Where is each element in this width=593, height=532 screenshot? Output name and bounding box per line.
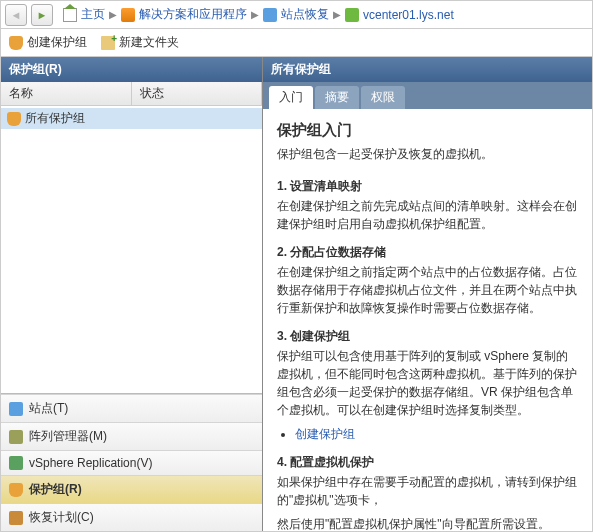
- plan-icon: [9, 511, 23, 525]
- nav-label: 保护组(R): [29, 481, 82, 498]
- step3-heading: 3. 创建保护组: [277, 327, 578, 345]
- breadcrumb: 主页 ▶ 解决方案和应用程序 ▶ 站点恢复 ▶ vcenter01.lys.ne…: [57, 6, 588, 23]
- bc-home[interactable]: 主页: [81, 6, 105, 23]
- protection-group-tree: 所有保护组: [1, 106, 262, 393]
- bc-vcenter[interactable]: vcenter01.lys.net: [363, 8, 454, 22]
- step4-text-1: 如果保护组中存在需要手动配置的虚拟机，请转到保护组的"虚拟机"选项卡，: [277, 473, 578, 509]
- nav-protection-group[interactable]: 保护组(R): [1, 475, 262, 503]
- right-panel-header: 所有保护组: [263, 57, 592, 82]
- app-icon: [121, 8, 135, 22]
- shield-icon: [9, 36, 23, 50]
- page-subtitle: 保护组包含一起受保护及恢复的虚拟机。: [277, 145, 578, 163]
- col-name[interactable]: 名称: [1, 82, 132, 105]
- nav-forward-button[interactable]: ►: [31, 4, 53, 26]
- nav-vsphere-replication[interactable]: vSphere Replication(V): [1, 450, 262, 475]
- nav-recovery-plan[interactable]: 恢复计划(C): [1, 503, 262, 531]
- bc-app[interactable]: 解决方案和应用程序: [139, 6, 247, 23]
- nav-label: 站点(T): [29, 400, 68, 417]
- tree-item-all-groups[interactable]: 所有保护组: [1, 108, 262, 129]
- toolbar-label: 创建保护组: [27, 34, 87, 51]
- tab-getting-started[interactable]: 入门: [269, 86, 313, 109]
- chevron-icon: ▶: [333, 9, 341, 20]
- tab-summary[interactable]: 摘要: [315, 86, 359, 109]
- site-icon: [263, 8, 277, 22]
- home-icon: [63, 8, 77, 22]
- tab-bar: 入门 摘要 权限: [263, 82, 592, 109]
- vcenter-icon: [345, 8, 359, 22]
- step1-heading: 1. 设置清单映射: [277, 177, 578, 195]
- chevron-icon: ▶: [251, 9, 259, 20]
- bottom-nav: 站点(T) 阵列管理器(M) vSphere Replication(V) 保护…: [1, 393, 262, 531]
- nav-array-manager[interactable]: 阵列管理器(M): [1, 422, 262, 450]
- left-panel: 保护组(R) 名称 状态 所有保护组 站点(T) 阵列管理器(M) vSpher…: [1, 57, 263, 531]
- array-icon: [9, 430, 23, 444]
- right-panel: 所有保护组 入门 摘要 权限 保护组入门 保护组包含一起受保护及恢复的虚拟机。 …: [263, 57, 592, 531]
- left-panel-header: 保护组(R): [1, 57, 262, 82]
- step4-text-2: 然后使用"配置虚拟机保护属性"向导配置所需设置。: [277, 515, 578, 532]
- chevron-icon: ▶: [109, 9, 117, 20]
- step4-heading: 4. 配置虚拟机保护: [277, 453, 578, 471]
- tree-item-label: 所有保护组: [25, 110, 85, 127]
- replication-icon: [9, 456, 23, 470]
- folder-icon: [101, 36, 115, 50]
- shield-icon: [7, 112, 21, 126]
- page-title: 保护组入门: [277, 119, 578, 142]
- nav-label: 阵列管理器(M): [29, 428, 107, 445]
- col-status[interactable]: 状态: [132, 82, 263, 105]
- tree-columns: 名称 状态: [1, 82, 262, 106]
- nav-back-button[interactable]: ◄: [5, 4, 27, 26]
- step1-text: 在创建保护组之前先完成站点间的清单映射。这样会在创建保护组时启用自动虚拟机保护组…: [277, 197, 578, 233]
- bc-site[interactable]: 站点恢复: [281, 6, 329, 23]
- nav-label: 恢复计划(C): [29, 509, 94, 526]
- nav-site[interactable]: 站点(T): [1, 394, 262, 422]
- shield-icon: [9, 483, 23, 497]
- content-pane: 保护组入门 保护组包含一起受保护及恢复的虚拟机。 1. 设置清单映射 在创建保护…: [263, 109, 592, 531]
- step3-text: 保护组可以包含使用基于阵列的复制或 vSphere 复制的虚拟机，但不能同时包含…: [277, 347, 578, 419]
- tab-permissions[interactable]: 权限: [361, 86, 405, 109]
- nav-label: vSphere Replication(V): [29, 456, 152, 470]
- step2-text: 在创建保护组之前指定两个站点中的占位数据存储。占位数据存储用于存储虚拟机占位文件…: [277, 263, 578, 317]
- create-protection-group-link[interactable]: 创建保护组: [295, 427, 355, 441]
- create-protection-group-button[interactable]: 创建保护组: [9, 34, 87, 51]
- step2-heading: 2. 分配占位数据存储: [277, 243, 578, 261]
- site-icon: [9, 402, 23, 416]
- toolbar-label: 新建文件夹: [119, 34, 179, 51]
- breadcrumb-bar: ◄ ► 主页 ▶ 解决方案和应用程序 ▶ 站点恢复 ▶ vcenter01.ly…: [1, 1, 592, 29]
- new-folder-button[interactable]: 新建文件夹: [101, 34, 179, 51]
- toolbar: 创建保护组 新建文件夹: [1, 29, 592, 57]
